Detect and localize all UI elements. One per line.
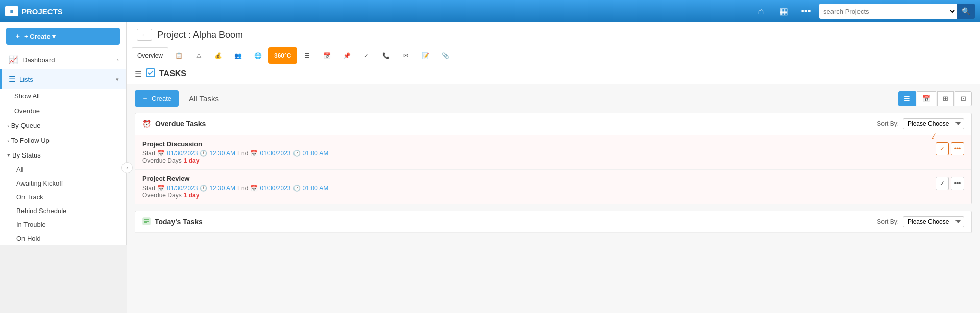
tab-menu[interactable]: ☰ xyxy=(298,47,316,64)
tab-money[interactable]: 💰 xyxy=(209,47,228,64)
sidebar-wrapper: ＋ + Create ▾ 📈 Dashboard › ☰ Lists ▾ Sho… xyxy=(0,22,127,313)
dashboard-icon: 📈 xyxy=(9,55,18,64)
end-cal-icon-2: 📅 xyxy=(250,185,258,192)
tab-menu-icon: ☰ xyxy=(304,52,310,59)
dashboard-arrow: › xyxy=(117,57,119,63)
sidebar-group-tofollowup[interactable]: › To Follow Up xyxy=(0,133,126,148)
tab-pin[interactable]: 📌 xyxy=(337,47,356,64)
overdue-days-meta-2: Overdue Days 1 day xyxy=(142,192,328,199)
sidebar-status-ontrack[interactable]: On Track xyxy=(0,190,126,204)
search-scope-dropdown[interactable] xyxy=(942,4,957,19)
overdue-sort-select[interactable]: Please Choose xyxy=(903,118,964,129)
create-button-label: + Create ▾ xyxy=(24,33,56,40)
start-cal-icon-2: 📅 xyxy=(157,185,165,192)
tab-note[interactable]: 📝 xyxy=(416,47,435,64)
start-time-2: 12:30 AM xyxy=(209,185,235,192)
overdue-tasks-section: ⏰ Overdue Tasks Sort By: Please Choose xyxy=(135,113,972,204)
view-grid-button[interactable]: ⊡ xyxy=(955,91,972,106)
tab-people[interactable]: 👥 xyxy=(229,47,248,64)
sidebar-group-byqueue[interactable]: › By Queue xyxy=(0,118,126,133)
task-more-button-2[interactable]: ••• xyxy=(951,177,964,190)
tab-check[interactable]: ✓ xyxy=(357,47,376,64)
sidebar-status-all[interactable]: All xyxy=(0,163,126,176)
sidebar-item-lists[interactable]: ☰ Lists ▾ xyxy=(0,69,126,89)
task-row-inner-2: Project Review Start 📅 01/30/2023 🕐 12:3… xyxy=(142,175,964,199)
tab-email[interactable]: ✉ xyxy=(397,47,415,64)
sidebar-status-introuble[interactable]: In Trouble xyxy=(0,218,126,231)
start-time: 12:30 AM xyxy=(209,150,235,157)
main-layout: ＋ + Create ▾ 📈 Dashboard › ☰ Lists ▾ Sho… xyxy=(0,22,980,313)
home-button[interactable]: ⌂ xyxy=(752,2,770,20)
end-date-2[interactable]: 01/30/2023 xyxy=(260,185,290,192)
view-calendar-button[interactable]: 📅 xyxy=(917,91,936,106)
todays-section-header: Today's Tasks Sort By: Please Choose xyxy=(135,211,971,233)
tab-360[interactable]: 360°C xyxy=(268,47,297,64)
view-table-button[interactable]: ⊞ xyxy=(937,91,954,106)
byqueue-arrow: › xyxy=(7,123,9,129)
status-awaitingkickoff-label: Awaiting Kickoff xyxy=(16,179,63,187)
end-date[interactable]: 01/30/2023 xyxy=(260,150,290,157)
tab-check-icon: ✓ xyxy=(364,52,369,59)
sidebar-showall[interactable]: Show All xyxy=(0,89,126,103)
more-button[interactable]: ••• xyxy=(797,2,815,20)
tasks-content: ＋ Create All Tasks ☰ 📅 ⊞ ⊡ xyxy=(127,84,980,246)
view-list-button[interactable]: ☰ xyxy=(898,91,916,106)
end-clock-icon: 🕐 xyxy=(293,150,301,157)
sidebar-dashboard-label: Dashboard xyxy=(22,56,55,64)
start-clock-icon-2: 🕐 xyxy=(200,185,207,192)
todays-sort-select[interactable]: Please Choose xyxy=(903,216,964,227)
start-clock-icon: 🕐 xyxy=(200,150,207,157)
tab-phone-icon: 📞 xyxy=(382,52,390,59)
sidebar-status-onhold[interactable]: On Hold xyxy=(0,231,126,245)
sidebar-overdue[interactable]: Overdue xyxy=(0,103,126,118)
showall-label: Show All xyxy=(14,92,40,100)
sidebar-status-behindschedule[interactable]: Behind Schedule xyxy=(0,204,126,218)
tab-alert[interactable]: ⚠ xyxy=(189,47,208,64)
status-ontrack-label: On Track xyxy=(16,193,43,201)
start-date-2[interactable]: 01/30/2023 xyxy=(167,185,198,192)
overdue-days-meta: Overdue Days 1 day xyxy=(142,157,328,164)
collapse-sidebar-button[interactable]: ‹ xyxy=(121,162,133,173)
tab-overview[interactable]: Overview xyxy=(132,47,168,64)
end-label: End xyxy=(237,150,248,157)
task-check-button-2[interactable]: ✓ xyxy=(936,177,949,190)
sidebar-lists-label: Lists xyxy=(19,75,33,83)
tab-attach[interactable]: 📎 xyxy=(436,47,455,64)
tasks-top-bar: ＋ Create All Tasks ☰ 📅 ⊞ ⊡ xyxy=(135,90,972,107)
tab-people-icon: 👥 xyxy=(234,52,242,59)
task-row-inner: Project Discussion Start 📅 01/30/2023 🕐 … xyxy=(142,140,964,164)
task-name: Project Discussion xyxy=(142,140,328,148)
task-check-button-1[interactable]: ✓ xyxy=(936,142,949,155)
tab-globe[interactable]: 🌐 xyxy=(249,47,267,64)
task-meta: Start 📅 01/30/2023 🕐 12:30 AM End 📅 01/3… xyxy=(142,150,328,157)
tofollowup-arrow: › xyxy=(7,138,9,144)
tab-note-icon: 📝 xyxy=(422,52,429,59)
start-cal-icon: 📅 xyxy=(157,150,165,157)
search-button[interactable]: 🔍 xyxy=(957,4,975,19)
sidebar-status-awaitingkickoff[interactable]: Awaiting Kickoff xyxy=(0,176,126,190)
back-button[interactable]: ← xyxy=(137,29,152,41)
chart-button[interactable]: ▦ xyxy=(774,2,793,20)
overdue-sort-area: Sort By: Please Choose xyxy=(877,118,964,129)
search-icon: 🔍 xyxy=(962,7,970,15)
tofollowup-label: To Follow Up xyxy=(11,137,50,144)
tab-list-icon: 📋 xyxy=(175,52,183,59)
sidebar-item-dashboard[interactable]: 📈 Dashboard › xyxy=(0,50,126,69)
search-input[interactable] xyxy=(819,4,942,19)
task-more-button-1[interactable]: ••• xyxy=(951,142,964,155)
create-task-button[interactable]: ＋ Create xyxy=(135,90,179,107)
tab-money-icon: 💰 xyxy=(214,52,222,59)
table-row: Project Review Start 📅 01/30/2023 🕐 12:3… xyxy=(135,170,971,204)
tasks-title: TASKS xyxy=(159,69,186,79)
byqueue-label: By Queue xyxy=(11,122,41,129)
tab-email-icon: ✉ xyxy=(403,52,408,59)
tab-phone[interactable]: 📞 xyxy=(377,47,396,64)
sidebar-group-bystatus[interactable]: ▾ By Status xyxy=(0,148,126,163)
tasks-menu-icon[interactable]: ☰ xyxy=(135,69,142,79)
tab-calendar[interactable]: 📅 xyxy=(317,47,336,64)
create-button[interactable]: ＋ + Create ▾ xyxy=(6,28,120,45)
start-date[interactable]: 01/30/2023 xyxy=(167,150,198,157)
tab-list[interactable]: 📋 xyxy=(169,47,188,64)
sidebar: ＋ + Create ▾ 📈 Dashboard › ☰ Lists ▾ Sho… xyxy=(0,22,127,245)
content-area: ← Project : Alpha Boom Overview 📋 ⚠ 💰 👥 … xyxy=(127,22,980,313)
